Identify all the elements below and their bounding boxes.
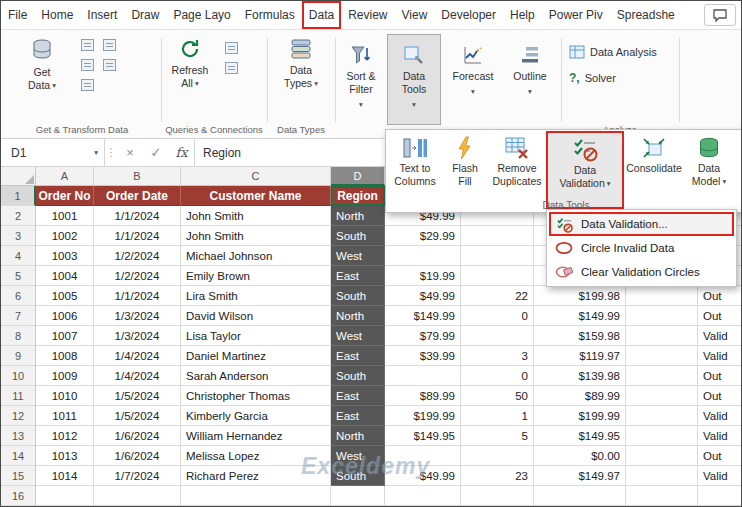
cell-C4[interactable]: Michael Johnson [181,246,331,266]
cell-G13[interactable]: $149.95 [534,426,626,446]
cell-C3[interactable]: John Smith [181,226,331,246]
cell-D5[interactable]: East [331,266,385,286]
row-header-2[interactable]: 2 [1,206,36,226]
cell-C8[interactable]: Lisa Taylor [181,326,331,346]
cell-G15[interactable]: $149.97 [534,466,626,486]
cell-E3[interactable]: $29.99 [385,226,461,246]
cell-A13[interactable]: 1012 [36,426,94,446]
cell-C12[interactable]: Kimberly Garcia [181,406,331,426]
cell-B6[interactable]: 1/1/2024 [94,286,181,306]
cell-D3[interactable]: South [331,226,385,246]
cell-I12[interactable]: Valid [698,406,742,426]
cell-E11[interactable]: $89.99 [385,386,461,406]
row-header-6[interactable]: 6 [1,286,36,306]
cell-F8[interactable] [461,326,534,346]
cell-E8[interactable]: $79.99 [385,326,461,346]
cell-I16[interactable] [698,486,742,506]
cell-F4[interactable] [461,246,534,266]
cell-F11[interactable]: 50 [461,386,534,406]
cell-A8[interactable]: 1007 [36,326,94,346]
small-tool-button[interactable] [103,59,116,71]
cell-B11[interactable]: 1/5/2024 [94,386,181,406]
cell-B7[interactable]: 1/3/2024 [94,306,181,326]
ribbon-tab-page-layo[interactable]: Page Layo [166,1,237,29]
cell-F9[interactable]: 3 [461,346,534,366]
cell-B16[interactable] [94,486,181,506]
cell-H12[interactable] [626,406,698,426]
sort-filter-button[interactable]: Sort & Filter ▾ [339,34,383,125]
cell-H10[interactable] [626,366,698,386]
refresh-all-button[interactable]: Refresh All▾ [167,35,213,117]
row-header-15[interactable]: 15 [1,466,36,486]
cell-G14[interactable]: $0.00 [534,446,626,466]
cell-G12[interactable]: $199.99 [534,406,626,426]
cell-H14[interactable] [626,446,698,466]
cell-I14[interactable]: Out [698,446,742,466]
cell-D9[interactable]: East [331,346,385,366]
cell-D12[interactable]: East [331,406,385,426]
small-tool-button[interactable] [225,62,238,74]
cell-C11[interactable]: Christopher Thomas [181,386,331,406]
cell-D6[interactable]: South [331,286,385,306]
cell-F5[interactable] [461,266,534,286]
data-validation-button[interactable]: Data Validation▾ [547,132,623,208]
cell-A4[interactable]: 1003 [36,246,94,266]
data-analysis-button[interactable]: Data Analysis [569,42,657,62]
cell-G11[interactable]: $89.99 [534,386,626,406]
cell-C1[interactable]: Customer Name [181,186,331,206]
cell-H15[interactable] [626,466,698,486]
cell-I10[interactable]: Out [698,366,742,386]
small-tool-button[interactable] [103,39,116,51]
row-header-3[interactable]: 3 [1,226,36,246]
cell-F15[interactable]: 23 [461,466,534,486]
enter-button[interactable]: ✓ [143,139,169,166]
cell-B1[interactable]: Order Date [94,186,181,206]
outline-button[interactable]: Outline ▾ [505,34,555,125]
cell-G16[interactable] [534,486,626,506]
ribbon-tab-file[interactable]: File [1,1,34,29]
insert-function-button[interactable]: fx [169,139,195,166]
cell-E5[interactable]: $19.99 [385,266,461,286]
row-header-7[interactable]: 7 [1,306,36,326]
cell-A2[interactable]: 1001 [36,206,94,226]
ribbon-tab-draw[interactable]: Draw [124,1,166,29]
cell-A9[interactable]: 1008 [36,346,94,366]
row-header-9[interactable]: 9 [1,346,36,366]
name-box[interactable]: D1 ▾ [1,139,105,166]
cell-D10[interactable]: South [331,366,385,386]
cell-E6[interactable]: $49.99 [385,286,461,306]
row-header-1[interactable]: 1 [1,186,36,206]
flash-fill-button[interactable]: Flash Fill [443,132,487,208]
cell-I6[interactable]: Out [698,286,742,306]
cell-D8[interactable]: West [331,326,385,346]
ribbon-tab-data[interactable]: Data [302,1,341,29]
row-header-5[interactable]: 5 [1,266,36,286]
small-tool-button[interactable] [81,59,94,71]
cell-B10[interactable]: 1/4/2024 [94,366,181,386]
cell-C10[interactable]: Sarah Anderson [181,366,331,386]
column-header-D[interactable]: D [331,167,385,186]
cell-F10[interactable]: 0 [461,366,534,386]
cell-C7[interactable]: David Wilson [181,306,331,326]
cell-B8[interactable]: 1/3/2024 [94,326,181,346]
cell-A5[interactable]: 1004 [36,266,94,286]
text-to-columns-button[interactable]: Text to Columns [389,132,441,208]
row-header-14[interactable]: 14 [1,446,36,466]
cell-G8[interactable]: $159.98 [534,326,626,346]
cell-A11[interactable]: 1010 [36,386,94,406]
cell-B2[interactable]: 1/1/2024 [94,206,181,226]
row-header-4[interactable]: 4 [1,246,36,266]
data-tools-button[interactable]: Data Tools ▾ [387,34,441,125]
data-types-button[interactable]: Data Types▾ [278,35,324,117]
column-header-C[interactable]: C [181,167,331,186]
remove-duplicates-button[interactable]: Remove Duplicates [489,132,545,208]
cell-H16[interactable] [626,486,698,506]
ribbon-tab-power-piv[interactable]: Power Piv [542,1,610,29]
ribbon-tab-view[interactable]: View [395,1,435,29]
menu-item-data-validation[interactable]: Data Validation... [549,212,734,236]
cell-A14[interactable]: 1013 [36,446,94,466]
cell-I9[interactable]: Valid [698,346,742,366]
cell-B12[interactable]: 1/5/2024 [94,406,181,426]
ribbon-tab-developer[interactable]: Developer [434,1,503,29]
select-all-corner[interactable] [1,167,36,186]
